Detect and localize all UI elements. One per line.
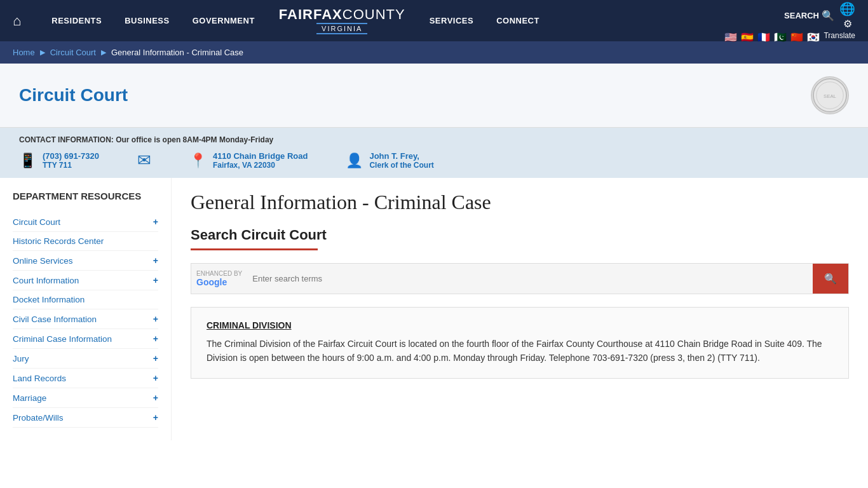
sidebar-expand-icon[interactable]: + bbox=[153, 373, 158, 383]
nav-search-button[interactable]: SEARCH 🔍 bbox=[784, 10, 834, 22]
contact-clerk: 👤 John T. Frey, Clerk of the Court bbox=[346, 151, 433, 170]
sidebar-item[interactable]: Online Services+ bbox=[13, 251, 158, 271]
globe-icon[interactable]: 🌐 bbox=[839, 1, 855, 17]
sidebar-item-link[interactable]: Historic Records Center bbox=[13, 236, 104, 246]
flag-es[interactable]: 🇪🇸 bbox=[741, 31, 755, 40]
card-text: The Criminal Division of the Fairfax Cir… bbox=[207, 337, 833, 365]
sidebar-item[interactable]: Land Records+ bbox=[13, 369, 158, 388]
sidebar-item[interactable]: Marriage+ bbox=[13, 388, 158, 408]
sidebar-item-link[interactable]: Circuit Court bbox=[13, 217, 60, 227]
sidebar-expand-icon[interactable]: + bbox=[153, 217, 158, 227]
sidebar-item[interactable]: Docket Information bbox=[13, 290, 158, 309]
nav-search-label: SEARCH bbox=[784, 11, 819, 20]
sidebar-expand-icon[interactable]: + bbox=[153, 412, 158, 423]
content-card: CRIMINAL DIVISION The Criminal Division … bbox=[191, 307, 849, 379]
sidebar-item-link[interactable]: Docket Information bbox=[13, 295, 85, 304]
nav-logo[interactable]: FAIRFAXCOUNTY VIRGINIA bbox=[266, 8, 418, 34]
search-submit-button[interactable]: 🔍 bbox=[813, 264, 848, 294]
gear-icon[interactable]: ⚙ bbox=[843, 18, 852, 30]
sidebar-item-link[interactable]: Jury bbox=[13, 354, 29, 363]
sidebar-item-link[interactable]: Probate/Wills bbox=[13, 413, 64, 423]
sidebar-expand-icon[interactable]: + bbox=[153, 275, 158, 285]
sidebar-item[interactable]: Civil Case Information+ bbox=[13, 309, 158, 329]
contact-info-label: CONTACT INFORMATION: Our office is open … bbox=[19, 135, 849, 144]
sidebar-title: DEPARTMENT RESOURCES bbox=[13, 191, 158, 202]
sidebar-items-container: Circuit Court+Historic Records CenterOnl… bbox=[13, 212, 158, 428]
logo-county: COUNTY bbox=[342, 6, 405, 22]
flag-pk[interactable]: 🇵🇰 bbox=[774, 31, 788, 40]
contact-bar: CONTACT INFORMATION: Our office is open … bbox=[0, 128, 868, 178]
content-area: General Information - Criminal Case Sear… bbox=[172, 178, 868, 440]
content-title: General Information - Criminal Case bbox=[191, 191, 849, 214]
flag-kr[interactable]: 🇰🇷 bbox=[807, 31, 821, 40]
page-header: Circuit Court SEAL bbox=[0, 64, 868, 128]
person-icon: 👤 bbox=[346, 152, 363, 169]
breadcrumb-sep-1: ▶ bbox=[40, 48, 45, 57]
nav-logo-text: FAIRFAXCOUNTY bbox=[279, 8, 405, 22]
home-icon[interactable]: ⌂ bbox=[13, 13, 21, 29]
flag-us[interactable]: 🇺🇸 bbox=[724, 31, 738, 40]
sidebar-item[interactable]: Probate/Wills+ bbox=[13, 408, 158, 428]
search-icon: 🔍 bbox=[822, 10, 834, 22]
nav-residents[interactable]: RESIDENTS bbox=[40, 0, 113, 41]
sidebar-item[interactable]: Court Information+ bbox=[13, 271, 158, 290]
search-section-title: Search Circuit Court bbox=[191, 227, 849, 243]
sidebar-item[interactable]: Historic Records Center bbox=[13, 232, 158, 251]
sidebar-expand-icon[interactable]: + bbox=[153, 255, 158, 266]
contact-clerk-title: Clerk of the Court bbox=[369, 161, 433, 170]
logo-fairfax: FAIRFAX bbox=[279, 6, 342, 22]
sidebar-item-link[interactable]: Online Services bbox=[13, 256, 73, 266]
sidebar-item-link[interactable]: Court Information bbox=[13, 276, 79, 285]
sidebar-expand-icon[interactable]: + bbox=[153, 314, 158, 324]
sidebar: DEPARTMENT RESOURCES Circuit Court+Histo… bbox=[0, 178, 172, 440]
sidebar-item-link[interactable]: Marriage bbox=[13, 393, 46, 403]
search-box-container: ENHANCED BY Google 🔍 bbox=[191, 263, 849, 294]
court-seal: SEAL bbox=[811, 76, 849, 114]
nav-business[interactable]: BUSINESS bbox=[113, 0, 180, 41]
breadcrumb-sep-2: ▶ bbox=[101, 48, 106, 57]
flag-cn[interactable]: 🇨🇳 bbox=[790, 31, 804, 40]
contact-phone: 📱 (703) 691-7320 TTY 711 bbox=[19, 151, 99, 170]
nav-government[interactable]: GOVERNMENT bbox=[181, 0, 266, 41]
contact-items: 📱 (703) 691-7320 TTY 711 ✉ 📍 4110 Chain … bbox=[19, 151, 849, 170]
nav-items: RESIDENTS BUSINESS GOVERNMENT FAIRFAXCOU… bbox=[40, 0, 724, 41]
breadcrumb: Home ▶ Circuit Court ▶ General Informati… bbox=[0, 41, 868, 64]
search-input[interactable] bbox=[247, 266, 813, 291]
sidebar-item[interactable]: Circuit Court+ bbox=[13, 212, 158, 232]
sidebar-expand-icon[interactable]: + bbox=[153, 393, 158, 403]
sidebar-item[interactable]: Jury+ bbox=[13, 349, 158, 369]
sidebar-item-link[interactable]: Land Records bbox=[13, 374, 66, 383]
sidebar-item-link[interactable]: Criminal Case Information bbox=[13, 334, 112, 344]
contact-address-line1: 4110 Chain Bridge Road bbox=[213, 151, 308, 161]
page-title: Circuit Court bbox=[19, 85, 128, 105]
google-label-text: Google bbox=[196, 277, 227, 287]
location-icon: 📍 bbox=[189, 152, 207, 169]
main-content: DEPARTMENT RESOURCES Circuit Court+Histo… bbox=[0, 178, 868, 440]
contact-tty: TTY 711 bbox=[43, 161, 99, 170]
sidebar-item-link[interactable]: Civil Case Information bbox=[13, 315, 97, 324]
contact-phone-number[interactable]: (703) 691-7320 bbox=[43, 151, 99, 161]
search-btn-icon: 🔍 bbox=[824, 273, 837, 285]
translate-link[interactable]: Translate bbox=[824, 31, 855, 40]
flag-fr[interactable]: 🇫🇷 bbox=[757, 31, 771, 40]
breadcrumb-home[interactable]: Home bbox=[13, 48, 35, 57]
top-navigation: ⌂ RESIDENTS BUSINESS GOVERNMENT FAIRFAXC… bbox=[0, 0, 868, 41]
sidebar-expand-icon[interactable]: + bbox=[153, 334, 158, 344]
enhanced-by-label: ENHANCED BY Google bbox=[191, 270, 247, 287]
breadcrumb-current: General Information - Criminal Case bbox=[111, 48, 243, 57]
contact-email[interactable]: ✉ bbox=[137, 151, 151, 170]
sidebar-item[interactable]: Criminal Case Information+ bbox=[13, 329, 158, 349]
contact-address-line2: Fairfax, VA 22030 bbox=[213, 161, 308, 170]
nav-services[interactable]: SERVICES bbox=[418, 0, 485, 41]
nav-search-globe: SEARCH 🔍 🌐 ⚙ bbox=[784, 1, 855, 30]
red-underline-decoration bbox=[191, 248, 318, 250]
contact-clerk-name: John T. Frey, bbox=[369, 151, 433, 161]
contact-address: 📍 4110 Chain Bridge Road Fairfax, VA 220… bbox=[189, 151, 308, 170]
enhanced-label-text: ENHANCED BY bbox=[196, 270, 242, 277]
card-title: CRIMINAL DIVISION bbox=[207, 320, 833, 330]
phone-icon: 📱 bbox=[19, 152, 36, 169]
nav-connect[interactable]: CONNECT bbox=[485, 0, 551, 41]
breadcrumb-circuit-court[interactable]: Circuit Court bbox=[50, 48, 96, 57]
sidebar-expand-icon[interactable]: + bbox=[153, 353, 158, 363]
lang-flags-row: 🇺🇸 🇪🇸 🇫🇷 🇵🇰 🇨🇳 🇰🇷 Translate bbox=[724, 31, 855, 40]
